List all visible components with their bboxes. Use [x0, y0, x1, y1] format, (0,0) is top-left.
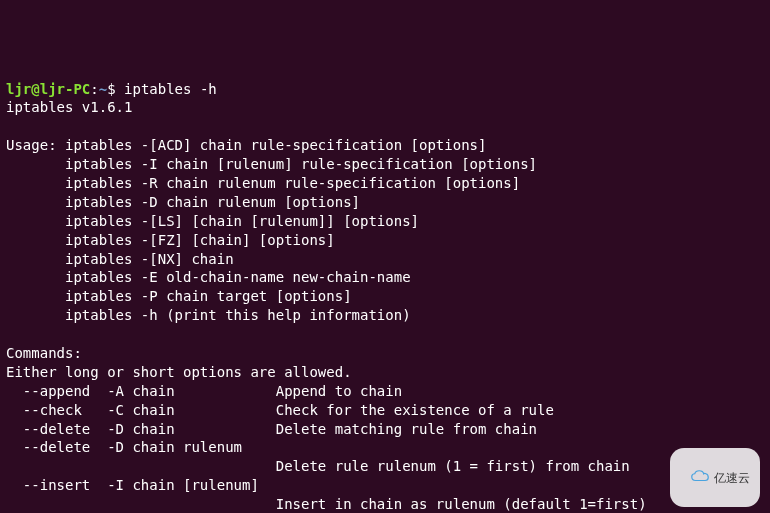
- output-line: iptables -E old-chain-name new-chain-nam…: [6, 269, 411, 285]
- output-line: Delete rule rulenum (1 = first) from cha…: [6, 458, 630, 474]
- prompt-symbol: $: [107, 81, 124, 97]
- output-line: iptables -R chain rulenum rule-specifica…: [6, 175, 520, 191]
- output-line: Either long or short options are allowed…: [6, 364, 352, 380]
- prompt-user-host: ljr@ljr-PC: [6, 81, 90, 97]
- output-line: iptables -h (print this help information…: [6, 307, 411, 323]
- watermark-text: 亿速云: [714, 470, 750, 486]
- output-line: iptables v1.6.1: [6, 99, 132, 115]
- output-line: iptables -I chain [rulenum] rule-specifi…: [6, 156, 537, 172]
- output-line: --delete -D chain Delete matching rule f…: [6, 421, 537, 437]
- command-text: iptables -h: [124, 81, 217, 97]
- output-line: --check -C chain Check for the existence…: [6, 402, 554, 418]
- output-line: Commands:: [6, 345, 82, 361]
- terminal-output[interactable]: ljr@ljr-PC:~$ iptables -h iptables v1.6.…: [6, 80, 764, 513]
- output-line: --insert -I chain [rulenum]: [6, 477, 259, 493]
- watermark-badge: 亿速云: [670, 448, 760, 507]
- output-line: Insert in chain as rulenum (default 1=fi…: [6, 496, 647, 512]
- output-line: --delete -D chain rulenum: [6, 439, 242, 455]
- prompt-separator: :: [90, 81, 98, 97]
- output-line: iptables -[NX] chain: [6, 251, 234, 267]
- output-line: iptables -P chain target [options]: [6, 288, 352, 304]
- output-line: iptables -D chain rulenum [options]: [6, 194, 360, 210]
- output-line: Usage: iptables -[ACD] chain rule-specif…: [6, 137, 486, 153]
- output-line: iptables -[LS] [chain [rulenum]] [option…: [6, 213, 419, 229]
- output-line: iptables -[FZ] [chain] [options]: [6, 232, 335, 248]
- output-line: --append -A chain Append to chain: [6, 383, 402, 399]
- prompt-path: ~: [99, 81, 107, 97]
- cloud-icon: [678, 452, 709, 503]
